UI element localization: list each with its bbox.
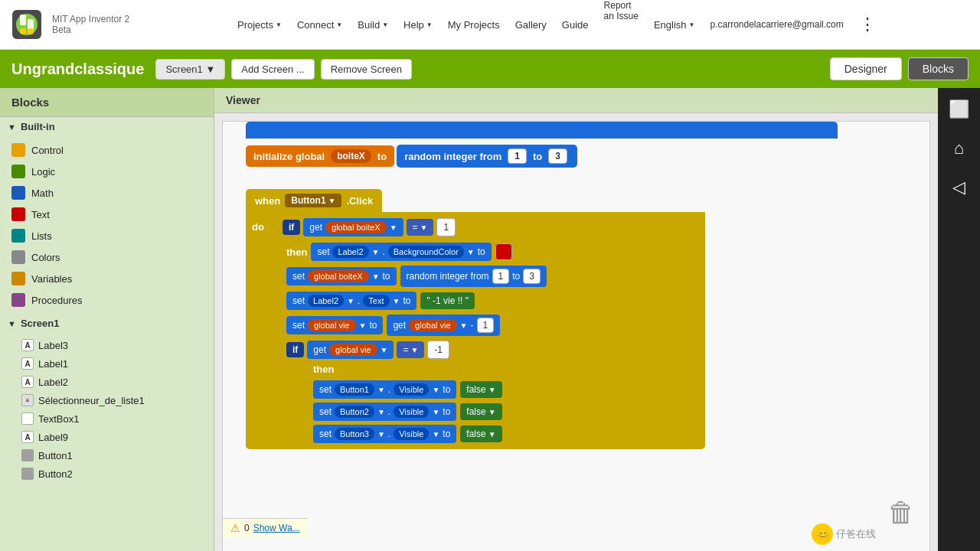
- projects-arrow-icon: ▼: [276, 21, 282, 28]
- set-label2-text-block[interactable]: set Label2 ▼ . Text ▼ to " -1 vie !! ": [286, 292, 694, 310]
- label9-icon: A: [21, 431, 34, 443]
- listbox-icon: ≡: [21, 394, 34, 406]
- warning-bar: ⚠ 0 Show Wa...: [223, 518, 308, 537]
- watermark: 😊 仔爸在线: [812, 523, 876, 545]
- sidebar-item-colors[interactable]: Colors: [0, 246, 214, 268]
- logo-text: MIT App Inventor 2 Beta: [52, 14, 129, 36]
- set-global-vie-block[interactable]: set global vie ▼ to get global vie ▼ - 1: [286, 315, 694, 336]
- projectbar: Ungrandclassique Screen1 ▼ Add Screen ..…: [0, 50, 980, 88]
- project-name: Ungrandclassique: [11, 60, 144, 78]
- svg-rect-2: [20, 15, 26, 25]
- text-icon: [11, 207, 25, 221]
- connect-arrow-icon: ▼: [336, 21, 342, 28]
- nav-report[interactable]: Report an Issue: [596, 0, 646, 50]
- set-global-boitex-block[interactable]: set global boiteX ▼ to random integer fr…: [286, 266, 694, 287]
- builtin-arrow-icon: ▼: [8, 122, 16, 132]
- initialize-global-block[interactable]: initialize global boiteX to random integ…: [246, 145, 577, 168]
- nav-build[interactable]: Build ▼: [350, 0, 396, 50]
- designer-button[interactable]: Designer: [830, 57, 902, 80]
- nav-gallery[interactable]: Gallery: [508, 0, 554, 50]
- label2-icon: A: [21, 376, 34, 388]
- nav-my-projects[interactable]: My Projects: [440, 0, 508, 50]
- set-button2-visible-block[interactable]: set Button2 ▼ . Visible ▼ to false ▼: [313, 403, 694, 421]
- set-button3-visible-block[interactable]: set Button3 ▼ . Visible ▼ to false ▼: [313, 425, 694, 443]
- svg-point-4: [20, 28, 26, 34]
- sidebar-item-lists[interactable]: Lists: [0, 225, 214, 246]
- blocks-button[interactable]: Blocks: [908, 57, 969, 80]
- topbar: MIT App Inventor 2 Beta Projects ▼ Conne…: [0, 0, 980, 50]
- math-icon: [11, 186, 25, 200]
- sidebar-item-label1[interactable]: A Label1: [0, 354, 214, 373]
- svg-point-5: [28, 28, 34, 34]
- square-icon[interactable]: ⬜: [946, 96, 973, 123]
- screen1-arrow-icon: ▼: [8, 319, 16, 328]
- svg-point-1: [16, 14, 38, 35]
- more-menu-icon[interactable]: ⋮: [851, 15, 884, 34]
- sidebar-item-procedures[interactable]: Procedures: [0, 289, 214, 311]
- home-icon[interactable]: ⌂: [946, 135, 973, 162]
- set-visible-blocks: then set Button1 ▼ . Visible ▼ to: [313, 364, 694, 443]
- add-screen-button[interactable]: Add Screen ...: [231, 59, 314, 80]
- nav-projects[interactable]: Projects ▼: [230, 0, 289, 50]
- sidebar: Blocks ▼ Built-in Control Logic Math Tex…: [0, 88, 214, 551]
- watermark-icon: 😊: [812, 523, 833, 545]
- sidebar-item-label3[interactable]: A Label3: [0, 336, 214, 354]
- builtin-toggle[interactable]: ▼ Built-in: [0, 117, 214, 136]
- textbox-icon: [21, 412, 34, 425]
- nav-user[interactable]: p.carrondelacarriere@gmail.com: [702, 0, 851, 50]
- button1-icon: [21, 449, 34, 461]
- control-icon: [11, 143, 25, 157]
- button2-icon: [21, 468, 34, 480]
- warning-count: 0: [244, 523, 250, 533]
- svg-rect-3: [28, 19, 34, 30]
- sidebar-header: Blocks: [0, 88, 214, 117]
- sidebar-item-math[interactable]: Math: [0, 182, 214, 204]
- when-click-block[interactable]: when Button1 ▼ .Click: [246, 189, 382, 212]
- sidebar-item-label2[interactable]: A Label2: [0, 373, 214, 391]
- sidebar-item-control[interactable]: Control: [0, 139, 214, 161]
- nested-if-block[interactable]: if get global vie ▼ = ▼ -1: [286, 341, 694, 359]
- partial-blue-block: [246, 122, 838, 139]
- screen1-button[interactable]: Screen1 ▼: [155, 59, 225, 80]
- view-toggle-buttons: Designer Blocks: [830, 57, 969, 80]
- if-condition-block[interactable]: if get global boiteX ▼ = ▼ 1: [283, 218, 456, 236]
- sidebar-item-textbox1[interactable]: TextBox1: [0, 409, 214, 428]
- nav-connect[interactable]: Connect ▼: [289, 0, 350, 50]
- sidebar-item-button1[interactable]: Button1: [0, 446, 214, 465]
- color-red-block: [495, 243, 512, 260]
- components-section: A Label3 A Label1 A Label2 ≡ Sélectionne…: [0, 333, 214, 486]
- show-warnings-button[interactable]: Show Wa...: [253, 523, 300, 533]
- warning-icon: ⚠: [230, 522, 240, 534]
- sidebar-item-selectionneur[interactable]: ≡ Sélectionneur_de_liste1: [0, 391, 214, 409]
- screen1-toggle[interactable]: ▼ Screen1: [0, 314, 214, 333]
- nav-help[interactable]: Help ▼: [396, 0, 440, 50]
- logo-area: MIT App Inventor 2 Beta: [8, 5, 214, 44]
- main-area: Blocks ▼ Built-in Control Logic Math Tex…: [0, 88, 980, 551]
- nav-language[interactable]: English ▼: [646, 0, 703, 50]
- label1-icon: A: [21, 357, 34, 370]
- sidebar-item-label9[interactable]: A Label9: [0, 428, 214, 446]
- right-panel: ⬜ ⌂ ◁: [938, 88, 980, 551]
- set-button1-visible-block[interactable]: set Button1 ▼ . Visible ▼ to false ▼: [313, 380, 694, 399]
- logic-icon: [11, 165, 25, 178]
- viewer-content[interactable]: 🤖 initialize global boiteX to random: [222, 121, 930, 551]
- do-if-block-container: do if get global boiteX ▼ = ▼: [246, 212, 705, 449]
- do-row: do if get global boiteX ▼ = ▼: [252, 218, 694, 236]
- procedures-icon: [11, 293, 25, 307]
- sidebar-item-button2[interactable]: Button2: [0, 465, 214, 483]
- builtin-section: Control Logic Math Text Lists Colors: [0, 136, 214, 314]
- nav-guide[interactable]: Guide: [554, 0, 596, 50]
- blocks-canvas[interactable]: initialize global boiteX to random integ…: [223, 122, 929, 551]
- back-icon[interactable]: ◁: [946, 174, 973, 201]
- trash-icon[interactable]: 🗑: [880, 487, 922, 537]
- sidebar-item-variables[interactable]: Variables: [0, 268, 214, 289]
- set-label2-bgcolor-block[interactable]: then set Label2 ▼ . BackgroundColor ▼ to: [286, 243, 694, 261]
- lists-icon: [11, 229, 25, 243]
- build-arrow-icon: ▼: [382, 21, 388, 28]
- language-arrow-icon: ▼: [689, 21, 695, 28]
- remove-screen-button[interactable]: Remove Screen: [321, 59, 412, 80]
- help-arrow-icon: ▼: [426, 21, 433, 28]
- app-logo-icon: [8, 5, 46, 44]
- sidebar-item-text[interactable]: Text: [0, 204, 214, 225]
- sidebar-item-logic[interactable]: Logic: [0, 161, 214, 182]
